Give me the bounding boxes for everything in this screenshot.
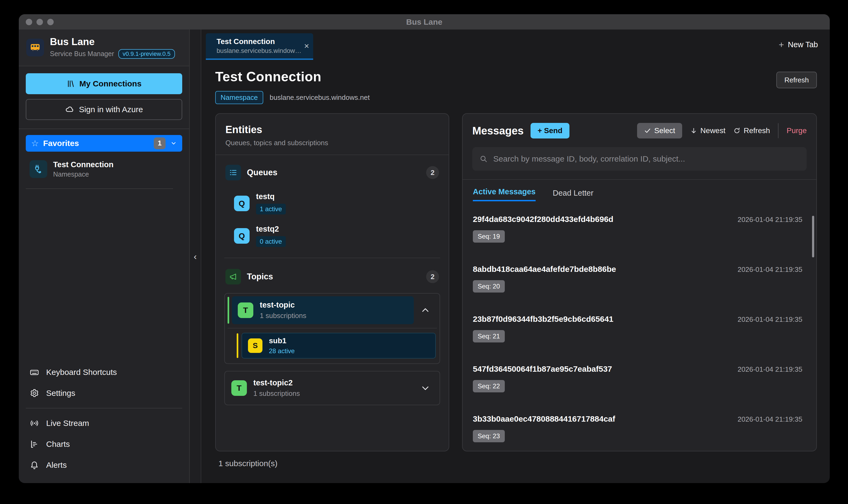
queue-item-testq2[interactable]: Q testq2 0 active	[234, 224, 440, 247]
settings-label: Settings	[46, 389, 75, 398]
topics-section-header[interactable]: Topics 2	[224, 267, 440, 286]
topic-item-test-topic[interactable]: T test-topic 1 subscriptions	[228, 296, 437, 324]
message-row[interactable]: 23b87f0d96344fb3b2f5e9cb6cd65641 2026-01…	[473, 303, 806, 353]
entities-title: Entities	[225, 124, 439, 136]
sidebar-bottom-divider	[26, 408, 182, 409]
app-subtitle: Service Bus Manager	[50, 50, 114, 58]
messages-tabs: Active Messages Dead Letter	[463, 180, 816, 201]
message-timestamp: 2026-01-04 21:19:35	[738, 315, 806, 324]
favorite-item-divider	[26, 188, 173, 189]
check-icon	[644, 127, 651, 134]
namespace-badge: Namespace	[215, 91, 263, 104]
plug-icon	[30, 160, 47, 178]
message-id: 8abdb418caa64ae4afefde7bde8b86be	[473, 265, 616, 274]
chevron-down-icon[interactable]	[170, 140, 177, 146]
main-content: Test Connection buslane.servicebus.windo…	[201, 30, 830, 483]
queue-name: testq	[256, 192, 286, 201]
favorite-item-name: Test Connection	[53, 160, 113, 169]
bell-icon	[30, 460, 39, 470]
tab-subtitle: buslane.servicebus.window…	[217, 47, 301, 54]
sidebar-collapse-gutter: ‹	[190, 30, 201, 483]
titlebar: Bus Lane	[19, 14, 830, 30]
message-row[interactable]: 8abdb418caa64ae4afefde7bde8b86be 2026-01…	[473, 253, 806, 303]
queue-avatar: Q	[234, 196, 250, 211]
subscription-count-footer: 1 subscription(s)	[218, 459, 449, 468]
plus-icon: +	[779, 39, 784, 50]
topic-name: test-topic	[260, 301, 306, 309]
subscription-avatar: S	[248, 338, 263, 353]
page-header: Test Connection Namespace buslane.servic…	[201, 60, 830, 104]
app-window: Bus Lane Bus Lane	[19, 14, 830, 483]
gear-icon	[30, 388, 39, 398]
star-icon: ☆	[31, 138, 39, 148]
favorite-item-test-connection[interactable]: Test Connection Namespace	[26, 157, 182, 181]
app-title: Bus Lane	[50, 36, 175, 48]
page-refresh-button[interactable]: Refresh	[776, 72, 817, 88]
sidebar-item-live-stream[interactable]: Live Stream	[26, 413, 182, 434]
chevron-down-icon[interactable]	[421, 383, 430, 393]
entities-section-divider	[224, 258, 440, 258]
select-label: Select	[654, 126, 675, 135]
message-row[interactable]: 29f4da683c9042f280dd433efd4b696d 2026-01…	[473, 203, 806, 253]
queues-count-badge: 2	[426, 166, 439, 179]
topic-group-test-topic: T test-topic 1 subscriptions	[224, 293, 440, 364]
topic-item-test-topic2[interactable]: T test-topic2 1 subscriptions	[228, 374, 437, 402]
megaphone-icon	[225, 269, 241, 285]
chevron-up-icon[interactable]	[421, 306, 430, 315]
sign-in-azure-button[interactable]: Sign in with Azure	[26, 99, 182, 120]
messages-title: Messages	[472, 125, 524, 137]
tabbar: Test Connection buslane.servicebus.windo…	[201, 30, 830, 60]
new-tab-label: New Tab	[788, 40, 818, 49]
topics-label: Topics	[247, 272, 273, 282]
message-row[interactable]: 3b33b0aae0ec47808884416717884caf 2026-01…	[473, 403, 806, 451]
close-tab-icon[interactable]: ×	[301, 39, 312, 53]
message-timestamp: 2026-01-04 21:19:35	[738, 415, 806, 424]
message-search	[472, 147, 807, 171]
library-icon	[67, 79, 75, 88]
arrow-down-icon	[690, 127, 697, 134]
tab-test-connection[interactable]: Test Connection buslane.servicebus.windo…	[206, 33, 313, 60]
app-logo	[26, 39, 44, 56]
refresh-messages-button[interactable]: Refresh	[734, 126, 770, 135]
entities-panel: Entities Queues, topics and subscription…	[215, 113, 449, 451]
select-button[interactable]: Select	[637, 123, 682, 139]
entities-subtitle: Queues, topics and subscriptions	[225, 139, 439, 147]
collapse-sidebar-icon[interactable]: ‹	[194, 251, 197, 262]
message-search-input[interactable]	[493, 154, 800, 164]
topic-avatar: T	[238, 303, 253, 318]
sidebar-item-keyboard-shortcuts[interactable]: Keyboard Shortcuts	[26, 362, 182, 383]
queues-section-header[interactable]: Queues 2	[224, 163, 440, 182]
sort-newest-button[interactable]: Newest	[690, 126, 725, 135]
favorites-header[interactable]: ☆ Favorites 1	[26, 135, 182, 151]
topic-subscriptions-count: 1 subscriptions	[260, 311, 306, 320]
topic-subscriptions-count: 1 subscriptions	[253, 390, 300, 398]
sequence-badge: Seq: 22	[473, 380, 505, 392]
topic-avatar: T	[231, 380, 247, 396]
tab-active-messages[interactable]: Active Messages	[473, 187, 536, 201]
sidebar-item-charts[interactable]: Charts	[26, 434, 182, 455]
sidebar-item-alerts[interactable]: Alerts	[26, 455, 182, 475]
my-connections-button[interactable]: My Connections	[26, 73, 182, 94]
message-id: 547fd36450064f1b87ae95c7eabaf537	[473, 364, 612, 374]
subscription-item-sub1[interactable]: S sub1 28 active	[237, 333, 436, 359]
topic-name: test-topic2	[253, 378, 300, 387]
messages-panel: Messages + Send Select	[462, 113, 817, 451]
namespace-url: buslane.servicebus.windows.net	[270, 93, 370, 102]
my-connections-label: My Connections	[79, 79, 142, 88]
favorites-label: Favorites	[43, 139, 154, 148]
refresh-icon	[734, 127, 740, 134]
scrollbar-thumb[interactable]	[812, 216, 814, 257]
live-stream-label: Live Stream	[46, 419, 89, 428]
send-button[interactable]: + Send	[530, 123, 570, 139]
tab-dead-letter[interactable]: Dead Letter	[553, 189, 594, 201]
queue-avatar: Q	[234, 228, 250, 244]
purge-button[interactable]: Purge	[787, 126, 807, 135]
new-tab-button[interactable]: + New Tab	[779, 39, 818, 50]
queue-item-testq[interactable]: Q testq 1 active	[234, 192, 440, 214]
subscription-list: S sub1 28 active	[228, 328, 437, 361]
sidebar-item-settings[interactable]: Settings	[26, 383, 182, 403]
queues-label: Queues	[247, 168, 277, 177]
queue-list-icon	[225, 165, 241, 180]
message-row[interactable]: 547fd36450064f1b87ae95c7eabaf537 2026-01…	[473, 353, 806, 403]
keyboard-icon	[30, 367, 39, 377]
